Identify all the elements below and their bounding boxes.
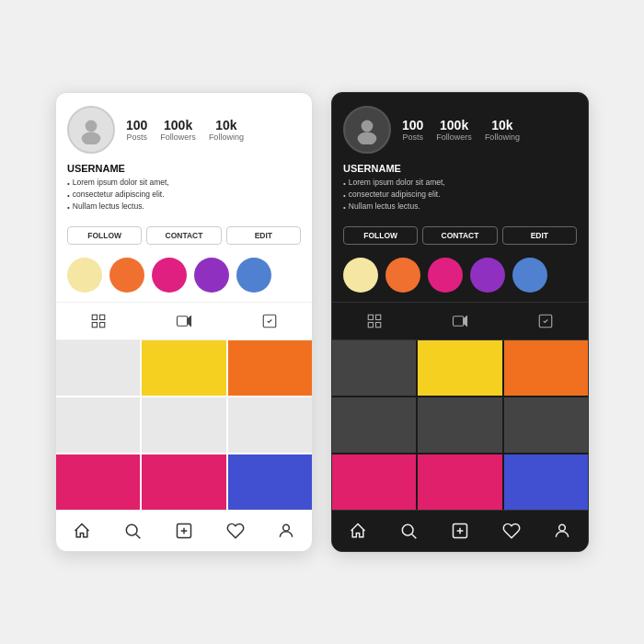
story-2[interactable]: [428, 258, 463, 293]
grid-cell-1[interactable]: [418, 340, 501, 396]
action-buttons: FOLLOWCONTACTEDIT: [56, 221, 312, 252]
grid-cell-2[interactable]: [228, 340, 312, 396]
story-4[interactable]: [236, 258, 271, 293]
svg-rect-19: [369, 323, 374, 328]
grid-cell-3[interactable]: [332, 397, 416, 453]
story-1[interactable]: [109, 258, 144, 293]
svg-point-29: [559, 525, 566, 532]
bio-text: Nullam lectus lectus.: [349, 201, 420, 213]
svg-rect-21: [453, 316, 463, 327]
grid-cell-0[interactable]: [56, 340, 140, 396]
nav-home[interactable]: [67, 518, 97, 544]
bio-text: Lorem ipsum dolor sit amet,: [349, 178, 445, 189]
nav-home[interactable]: [343, 518, 373, 544]
story-4[interactable]: [512, 258, 547, 293]
grid-cell-1[interactable]: [142, 340, 225, 396]
stat-2: 10k Following: [485, 118, 520, 142]
svg-rect-2: [93, 316, 98, 320]
profile-info: USERNAME•Lorem ipsum dolor sit amet,•con…: [56, 161, 312, 222]
stat-2: 10k Following: [209, 118, 244, 142]
story-0[interactable]: [67, 258, 102, 293]
svg-rect-6: [177, 316, 187, 327]
grid-cell-8[interactable]: [228, 454, 312, 510]
nav-profile[interactable]: [271, 518, 301, 544]
nav-search[interactable]: [394, 518, 423, 544]
grid-cell-4[interactable]: [142, 397, 225, 453]
svg-line-10: [136, 535, 141, 539]
svg-rect-3: [100, 316, 105, 320]
avatar: [343, 106, 391, 154]
bio-text: consectetur adipiscing elit.: [73, 190, 165, 201]
grid-cell-5[interactable]: [228, 397, 312, 453]
story-0[interactable]: [343, 258, 378, 293]
grid-cell-7[interactable]: [142, 454, 225, 510]
bio-text: Lorem ipsum dolor sit amet,: [73, 178, 169, 189]
stat-label: Following: [209, 132, 244, 142]
grid-cell-4[interactable]: [418, 397, 501, 453]
story-1[interactable]: [385, 258, 420, 293]
main-container: 100 Posts 100k Followers 10k Following U…: [37, 74, 607, 571]
profile-header: 100 Posts 100k Followers 10k Following: [332, 93, 588, 161]
nav-likes[interactable]: [497, 518, 526, 544]
phone-dark: 100 Posts 100k Followers 10k Following U…: [331, 92, 589, 553]
btn-follow[interactable]: FOLLOW: [343, 226, 418, 245]
btn-contact[interactable]: CONTACT: [422, 226, 497, 245]
tab-tagged[interactable]: [255, 310, 284, 332]
bio-line: •consectetur adipiscing elit.: [343, 190, 577, 201]
tab-grid[interactable]: [84, 310, 113, 332]
stat-num: 100: [126, 118, 147, 132]
avatar-icon: [76, 115, 106, 144]
grid-cell-5[interactable]: [504, 397, 588, 453]
stat-num: 10k: [215, 118, 236, 132]
nav-search[interactable]: [118, 518, 147, 544]
bullet: •: [67, 178, 70, 189]
profile-header: 100 Posts 100k Followers 10k Following: [56, 93, 312, 161]
nav-profile[interactable]: [547, 518, 577, 544]
btn-follow[interactable]: FOLLOW: [67, 226, 142, 245]
story-3[interactable]: [470, 258, 505, 293]
svg-rect-18: [376, 316, 381, 320]
bio-line: •Lorem ipsum dolor sit amet,: [343, 178, 577, 189]
grid-cell-8[interactable]: [504, 454, 588, 510]
svg-point-0: [86, 120, 98, 132]
nav-likes[interactable]: [221, 518, 250, 544]
stats: 100 Posts 100k Followers 10k Following: [126, 118, 244, 142]
grid-cell-6[interactable]: [332, 454, 416, 510]
btn-edit[interactable]: EDIT: [502, 226, 577, 245]
bio-text: Nullam lectus lectus.: [73, 201, 144, 213]
stat-num: 100: [402, 118, 423, 132]
grid-cell-6[interactable]: [56, 454, 140, 510]
tab-tagged[interactable]: [531, 310, 560, 332]
tab-video[interactable]: [445, 310, 475, 332]
tab-video[interactable]: [169, 310, 199, 332]
svg-point-24: [403, 525, 414, 536]
bullet: •: [67, 202, 70, 213]
grid-cell-7[interactable]: [418, 454, 501, 510]
bio-line: •Nullam lectus lectus.: [343, 201, 577, 213]
nav-add[interactable]: [445, 518, 475, 544]
grid-cell-0[interactable]: [332, 340, 416, 396]
stat-1: 100k Followers: [160, 118, 196, 142]
btn-contact[interactable]: CONTACT: [146, 226, 221, 245]
action-buttons: FOLLOWCONTACTEDIT: [332, 221, 588, 252]
bullet: •: [67, 190, 70, 201]
avatar: [67, 106, 115, 154]
grid-cell-3[interactable]: [56, 397, 140, 453]
svg-point-16: [358, 132, 377, 144]
content-tabs: [56, 302, 312, 340]
bottom-nav: [56, 510, 312, 551]
bottom-nav: [332, 510, 588, 551]
svg-rect-4: [93, 323, 98, 328]
svg-point-9: [127, 525, 138, 536]
btn-edit[interactable]: EDIT: [226, 226, 301, 245]
stat-num: 10k: [491, 118, 512, 132]
grid-cell-2[interactable]: [504, 340, 588, 396]
story-2[interactable]: [152, 258, 187, 293]
bullet: •: [343, 190, 346, 201]
story-3[interactable]: [194, 258, 229, 293]
svg-rect-20: [376, 323, 381, 328]
nav-add[interactable]: [169, 518, 199, 544]
stories: [56, 252, 312, 302]
username: USERNAME: [67, 163, 301, 174]
tab-grid[interactable]: [360, 310, 389, 332]
